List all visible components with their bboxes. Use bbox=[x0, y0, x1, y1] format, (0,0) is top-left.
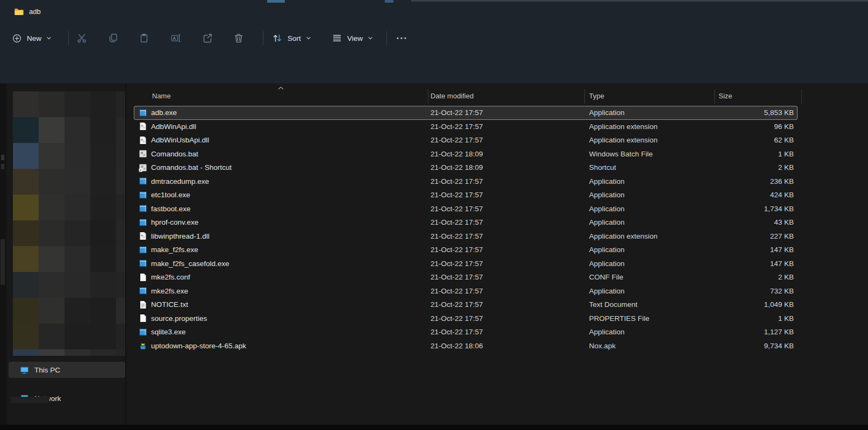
file-row[interactable]: make_f2fs.exe21-Oct-22 17:57Application1… bbox=[134, 243, 798, 257]
file-name: mke2fs.conf bbox=[151, 273, 431, 281]
file-row[interactable]: dmtracedump.exe21-Oct-22 17:57Applicatio… bbox=[134, 175, 798, 189]
sort-button[interactable]: Sort bbox=[272, 23, 311, 54]
toolbar-separator bbox=[263, 31, 263, 45]
file-size: 424 KB bbox=[721, 191, 794, 199]
file-row[interactable]: hprof-conv.exe21-Oct-22 17:57Application… bbox=[134, 216, 798, 230]
file-date-modified: 21-Oct-22 17:57 bbox=[431, 300, 589, 309]
exe-icon bbox=[134, 286, 151, 295]
ellipsis-icon bbox=[396, 33, 407, 44]
toolbar-separator bbox=[386, 31, 387, 45]
copy-icon bbox=[108, 33, 119, 44]
file-row[interactable]: adb.exe21-Oct-22 17:57Application5,853 K… bbox=[134, 106, 798, 120]
cut-button[interactable] bbox=[76, 23, 87, 54]
file-row[interactable]: etc1tool.exe21-Oct-22 17:57Application42… bbox=[134, 188, 798, 202]
view-button[interactable]: View bbox=[332, 23, 373, 54]
share-button[interactable] bbox=[202, 23, 213, 54]
sidebar-blurred-item bbox=[11, 397, 49, 403]
column-header-date-modified[interactable]: Date modified bbox=[431, 92, 474, 100]
file-size: 227 KB bbox=[721, 232, 794, 240]
file-date-modified: 21-Oct-22 17:57 bbox=[431, 287, 589, 295]
file-date-modified: 21-Oct-22 17:57 bbox=[431, 205, 589, 213]
sort-arrows-icon bbox=[272, 33, 283, 44]
file-name: libwinpthread-1.dll bbox=[151, 232, 431, 240]
rename-button[interactable] bbox=[170, 23, 181, 54]
column-header-type[interactable]: Type bbox=[589, 92, 604, 100]
delete-button[interactable] bbox=[233, 23, 244, 54]
file-name: etc1tool.exe bbox=[151, 191, 431, 199]
column-header-size[interactable]: Size bbox=[719, 92, 732, 100]
column-resize-handle[interactable] bbox=[714, 89, 715, 104]
file-name: make_f2fs.exe bbox=[151, 246, 431, 254]
file-size: 5,853 KB bbox=[721, 109, 794, 117]
file-name: hprof-conv.exe bbox=[151, 218, 431, 226]
toolbar-separator bbox=[68, 31, 69, 45]
file-row[interactable]: uptodown-app-store-4-65.apk21-Oct-22 18:… bbox=[134, 339, 798, 353]
sidebar-item-this-pc[interactable]: This PC bbox=[9, 362, 125, 378]
file-date-modified: 21-Oct-22 17:57 bbox=[431, 273, 589, 281]
file-row[interactable]: AdbWinUsbApi.dll21-Oct-22 17:57Applicati… bbox=[134, 133, 798, 147]
file-row[interactable]: make_f2fs_casefold.exe21-Oct-22 17:57App… bbox=[134, 257, 798, 271]
file-name: AdbWinUsbApi.dll bbox=[151, 136, 431, 144]
column-header-row: Name Date modified Type Size bbox=[126, 86, 868, 106]
file-date-modified: 21-Oct-22 17:57 bbox=[431, 177, 589, 185]
file-date-modified: 21-Oct-22 18:09 bbox=[431, 150, 589, 158]
window-title: adb bbox=[29, 8, 41, 16]
trash-icon bbox=[233, 33, 244, 44]
column-header-name[interactable]: Name bbox=[152, 92, 171, 100]
more-options-button[interactable] bbox=[396, 23, 407, 54]
exe-icon bbox=[134, 204, 151, 213]
file-row[interactable]: mke2fs.exe21-Oct-22 17:57Application732 … bbox=[134, 284, 798, 298]
file-type: Nox.apk bbox=[589, 342, 721, 350]
sidebar-item-label: This PC bbox=[34, 366, 60, 374]
view-button-label: View bbox=[347, 34, 363, 42]
file-size: 9,734 KB bbox=[721, 342, 794, 350]
file-date-modified: 21-Oct-22 17:57 bbox=[431, 123, 589, 131]
file-icon bbox=[134, 273, 151, 282]
file-name: sqlite3.exe bbox=[151, 328, 431, 336]
sidebar-blurred-items bbox=[13, 91, 125, 356]
file-name: source.properties bbox=[151, 314, 431, 322]
address-row: › This PC › Local Disk (C:) › adb bbox=[0, 54, 868, 83]
copy-button[interactable] bbox=[108, 23, 119, 54]
file-name: adb.exe bbox=[151, 109, 431, 117]
file-type: Windows Batch File bbox=[589, 150, 721, 158]
column-resize-handle[interactable] bbox=[428, 89, 428, 104]
file-row[interactable]: AdbWinApi.dll21-Oct-22 17:57Application … bbox=[134, 120, 798, 134]
sort-ascending-caret-icon bbox=[278, 86, 284, 90]
apk-icon bbox=[134, 341, 151, 350]
file-row[interactable]: mke2fs.conf21-Oct-22 17:57CONF File2 KB bbox=[134, 270, 798, 284]
file-size: 1,734 KB bbox=[721, 205, 794, 213]
chevron-down-icon bbox=[306, 35, 311, 41]
file-size: 236 KB bbox=[721, 177, 794, 185]
file-size: 147 KB bbox=[721, 246, 794, 254]
file-row[interactable]: Comandos.bat - Shortcut21-Oct-22 18:09Sh… bbox=[134, 161, 798, 175]
file-row[interactable]: fastboot.exe21-Oct-22 17:57Application1,… bbox=[134, 202, 798, 216]
column-resize-handle[interactable] bbox=[801, 89, 802, 104]
paste-button[interactable] bbox=[139, 23, 149, 54]
navigation-pane: This PC Network bbox=[6, 83, 125, 425]
exe-icon bbox=[134, 246, 151, 254]
bat-icon bbox=[134, 149, 151, 158]
file-type: Application bbox=[589, 109, 721, 117]
column-resize-handle[interactable] bbox=[584, 89, 585, 104]
file-row[interactable]: libwinpthread-1.dll21-Oct-22 17:57Applic… bbox=[134, 230, 798, 243]
window-bottom-edge bbox=[0, 425, 868, 430]
file-date-modified: 21-Oct-22 17:57 bbox=[431, 136, 589, 144]
file-type: Application bbox=[589, 205, 721, 213]
file-date-modified: 21-Oct-22 17:57 bbox=[431, 260, 589, 268]
file-row[interactable]: NOTICE.txt21-Oct-22 17:57Text Document1,… bbox=[134, 298, 798, 312]
file-row[interactable]: source.properties21-Oct-22 17:57PROPERTI… bbox=[134, 312, 798, 326]
file-type: CONF File bbox=[589, 273, 721, 281]
chevron-down-icon bbox=[46, 35, 52, 41]
file-row[interactable]: Comandos.bat21-Oct-22 18:09Windows Batch… bbox=[134, 147, 798, 161]
exe-icon bbox=[134, 177, 151, 185]
file-row[interactable]: sqlite3.exe21-Oct-22 17:57Application1,1… bbox=[134, 325, 798, 339]
top-edge-artifact bbox=[411, 0, 868, 2]
scissors-icon bbox=[76, 33, 87, 44]
file-rows: adb.exe21-Oct-22 17:57Application5,853 K… bbox=[134, 106, 798, 353]
share-icon bbox=[202, 33, 213, 44]
new-button[interactable]: New bbox=[12, 23, 52, 54]
file-size: 1 KB bbox=[721, 314, 794, 322]
file-date-modified: 21-Oct-22 18:06 bbox=[431, 342, 589, 350]
file-type: Application bbox=[589, 260, 721, 268]
